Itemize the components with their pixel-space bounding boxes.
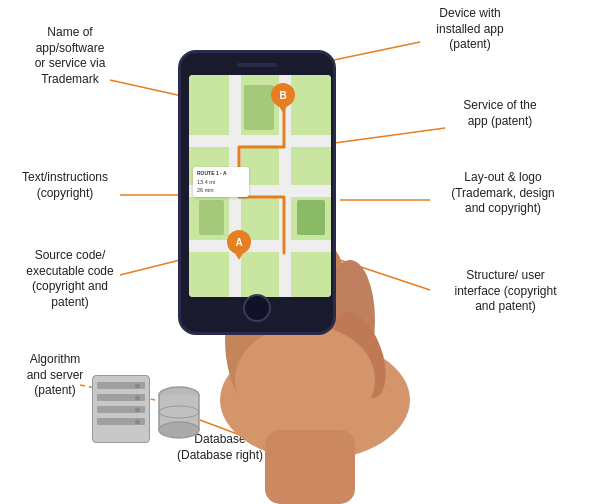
map-background: B A ROUTE 1 - A 13.4 mi 26 min: [189, 75, 331, 297]
label-layout-logo: Lay-out & logo(Trademark, designand copy…: [428, 170, 578, 217]
pin-a: A: [227, 230, 251, 264]
route-label: ROUTE 1 - A: [197, 170, 245, 178]
svg-marker-18: [276, 101, 290, 113]
phone-speaker: [237, 63, 277, 67]
svg-point-15: [235, 325, 375, 435]
server-icon: [92, 375, 150, 443]
route-time: 26 min: [197, 186, 245, 194]
server-unit: [92, 375, 150, 443]
svg-text:B: B: [279, 90, 286, 101]
label-source-code: Source code/executable code(copyright an…: [5, 248, 135, 310]
svg-point-27: [159, 422, 199, 438]
server-stripe-3: [97, 406, 145, 413]
label-service-of-app: Service of theapp (patent): [435, 98, 565, 129]
label-text-instructions: Text/instructions(copyright): [5, 170, 125, 201]
server-stripe-1: [97, 382, 145, 389]
phone-screen: B A ROUTE 1 - A 13.4 mi 26 min: [189, 75, 331, 297]
svg-rect-16: [265, 430, 355, 504]
svg-text:A: A: [235, 237, 242, 248]
pin-b: B: [271, 83, 295, 117]
svg-marker-21: [232, 248, 246, 260]
label-name-of-app: Name of app/software or service via Trad…: [10, 25, 130, 87]
database-icon: [158, 385, 200, 451]
map-info-box: ROUTE 1 - A 13.4 mi 26 min: [193, 167, 249, 197]
server-stripe-4: [97, 418, 145, 425]
phone-home-button[interactable]: [243, 294, 271, 322]
label-structure-ui: Structure/ userinterface (copyrightand p…: [428, 268, 583, 315]
server-stripe-2: [97, 394, 145, 401]
phone-body: B A ROUTE 1 - A 13.4 mi 26 min: [178, 50, 336, 335]
route-distance: 13.4 mi: [197, 178, 245, 186]
database-svg: [158, 385, 200, 447]
diagram-container: Name of app/software or service via Trad…: [0, 0, 600, 504]
